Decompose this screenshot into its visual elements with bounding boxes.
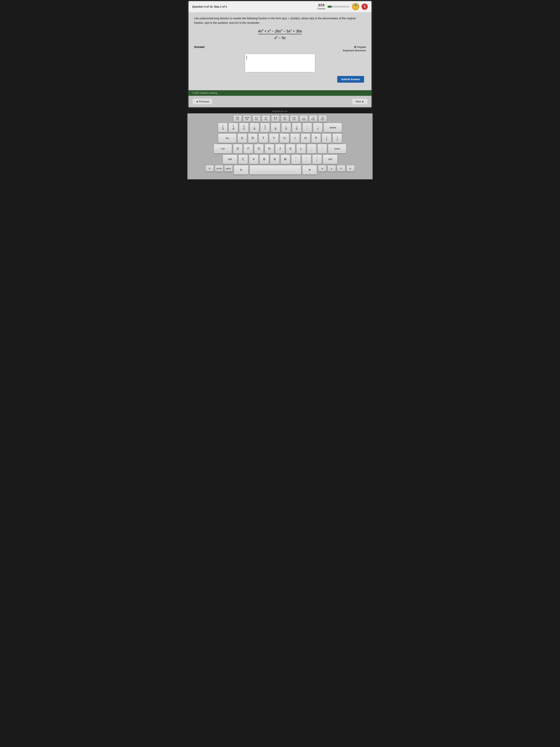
progress-bar [327, 6, 350, 7]
key-up-arrow[interactable]: ▲ [327, 165, 336, 172]
previous-button[interactable]: ◄ Previous [192, 98, 213, 105]
nav-bar: ◄ Previous Next ► [188, 96, 372, 107]
progress-bar-fill [327, 6, 332, 7]
question-info: Question 4 of 15, Step 1 of 1 [192, 5, 227, 8]
key-down-arrow[interactable]: ▼ [337, 165, 345, 172]
key-semicolon[interactable]: :; [307, 144, 317, 154]
key-o[interactable]: O [301, 133, 310, 143]
answer-section: Answer ⊞ Keypad Keyboard Shortcuts S [194, 45, 366, 83]
key-space[interactable] [249, 165, 301, 175]
key-option[interactable]: option [224, 165, 233, 172]
keyboard-shortcuts-link[interactable]: Keyboard Shortcuts [343, 49, 366, 52]
score-text: 3/15 Correct [317, 3, 325, 10]
key-u[interactable]: U [279, 133, 289, 143]
key-quote[interactable]: "' [317, 144, 327, 154]
key-minus[interactable]: —- [302, 123, 312, 132]
key-h[interactable]: H [265, 144, 274, 154]
screen-content: Question 4 of 15, Step 1 of 1 3/15 Corre… [188, 1, 372, 107]
key-right-arrow[interactable]: ► [346, 165, 355, 172]
key-n[interactable]: N [270, 155, 279, 164]
problem-instruction: Use polynomial long division to rewrite … [194, 16, 366, 25]
key-d[interactable]: D [233, 144, 243, 154]
key-f5[interactable]: ✦✦F5 [252, 115, 261, 122]
copyright-text: © 2021 Hawkes Learning [192, 92, 217, 94]
top-bar: Question 4 of 15, Step 1 of 1 3/15 Corre… [188, 1, 372, 12]
macbook-label: MacBook Air [272, 108, 288, 113]
next-button[interactable]: Next ► [352, 98, 368, 105]
key-b[interactable]: B [260, 155, 269, 164]
math-denominator: x3 − 5x [258, 35, 302, 40]
key-p[interactable]: P [311, 133, 321, 143]
keypad-label: Keypad [357, 46, 366, 48]
key-3[interactable]: #3 [218, 123, 228, 132]
answer-text: Answer [194, 45, 205, 49]
key-fn[interactable]: fn [205, 165, 214, 172]
key-command-left[interactable]: ⌘ [234, 165, 248, 175]
key-f[interactable]: F [243, 144, 253, 154]
key-6[interactable]: ^6 [250, 123, 259, 132]
key-f9[interactable]: ►►F9 [290, 115, 298, 122]
key-f6[interactable]: ✦✦F6 [262, 115, 270, 122]
key-v[interactable]: V [249, 155, 259, 164]
bot-letter-row: shift C V B N M <, >. ?/ shift [189, 155, 371, 164]
key-control[interactable]: control [215, 165, 223, 172]
math-fraction: 4x5 + x4 − 26x3 − 5x2 + 30x x3 − 5x [258, 29, 302, 40]
key-lbracket[interactable]: {[ [322, 133, 331, 143]
key-period[interactable]: >. [302, 155, 311, 164]
keypad-button[interactable]: ⊞ Keypad [354, 45, 366, 48]
laptop-screen: Question 4 of 15, Step 1 of 1 3/15 Corre… [187, 0, 373, 108]
key-7[interactable]: &7 [260, 123, 270, 132]
key-command-right[interactable]: ⌘ [302, 165, 317, 175]
key-shift-left[interactable]: shift [222, 155, 237, 164]
key-l[interactable]: L [296, 144, 306, 154]
score-number: 3/15 [317, 3, 325, 7]
math-numerator: 4x5 + x4 − 26x3 − 5x2 + 30x [258, 29, 302, 34]
keypad-links: ⊞ Keypad Keyboard Shortcuts [343, 45, 366, 52]
key-g[interactable]: G [254, 144, 264, 154]
footer-bar: © 2021 Hawkes Learning [188, 90, 372, 96]
key-comma[interactable]: <, [291, 155, 301, 164]
shortcuts-label: Keyboard Shortcuts [343, 49, 366, 52]
key-9[interactable]: (9 [281, 123, 291, 132]
key-k[interactable]: K [286, 144, 295, 154]
key-c[interactable]: C [238, 155, 248, 164]
fn-key-row: ⊞⊟F3 ⊞⊟⊞F4 ✦✦F5 ✦✦F6 ◄◄F7 ►||F8 ►►F9 ◁F1… [189, 115, 371, 122]
submit-answer-button[interactable]: Submit Answer [337, 76, 364, 83]
answer-label-row: Answer ⊞ Keypad Keyboard Shortcuts [194, 45, 366, 52]
key-equals[interactable]: += [313, 123, 323, 132]
key-f10[interactable]: ◁F10 [299, 115, 308, 122]
key-0[interactable]: )0 [292, 123, 301, 132]
key-delete[interactable]: delete [323, 123, 342, 132]
answer-cursor [246, 56, 247, 59]
key-slash[interactable]: ?/ [312, 155, 322, 164]
key-capslock[interactable]: caps [214, 144, 232, 154]
key-r[interactable]: R [248, 133, 258, 143]
key-left-arrow[interactable]: ◄ [318, 165, 326, 172]
bottom-key-row: fn control option ⌘ ⌘ ◄ ▲ ▼ ► [189, 165, 371, 175]
key-m[interactable]: M [281, 155, 290, 164]
key-tab[interactable]: tab [218, 133, 237, 143]
key-i[interactable]: I [290, 133, 300, 143]
key-shift-right[interactable]: shift [323, 155, 338, 164]
top-letter-row: tab E R T Y U I O P {[ }] [189, 133, 371, 143]
key-e[interactable]: E [237, 133, 247, 143]
key-return[interactable]: return [328, 144, 346, 154]
medal-icon: 🏅 [352, 3, 359, 10]
keyboard: ⊞⊟F3 ⊞⊟⊞F4 ✦✦F5 ✦✦F6 ◄◄F7 ►||F8 ►►F9 ◁F1… [187, 113, 373, 179]
key-j[interactable]: J [275, 144, 285, 154]
key-f7[interactable]: ◄◄F7 [271, 115, 279, 122]
key-f11[interactable]: ◁)F11 [309, 115, 317, 122]
key-8[interactable]: *8 [271, 123, 281, 132]
answer-input-box[interactable] [245, 54, 315, 72]
key-y[interactable]: Y [269, 133, 279, 143]
key-t[interactable]: T [259, 133, 268, 143]
key-4[interactable]: $4 [229, 123, 238, 132]
key-rbracket[interactable]: }] [332, 133, 342, 143]
key-f4[interactable]: ⊞⊟⊞F4 [243, 115, 251, 122]
main-content: Use polynomial long division to rewrite … [188, 12, 372, 90]
key-f8[interactable]: ►||F8 [281, 115, 289, 122]
key-f3[interactable]: ⊞⊟F3 [233, 115, 242, 122]
fraction-display: 4x5 + x4 − 26x3 − 5x2 + 30x x3 − 5x [194, 29, 366, 40]
key-f12[interactable]: ◁))F12 [318, 115, 327, 122]
key-5[interactable]: %5 [239, 123, 249, 132]
